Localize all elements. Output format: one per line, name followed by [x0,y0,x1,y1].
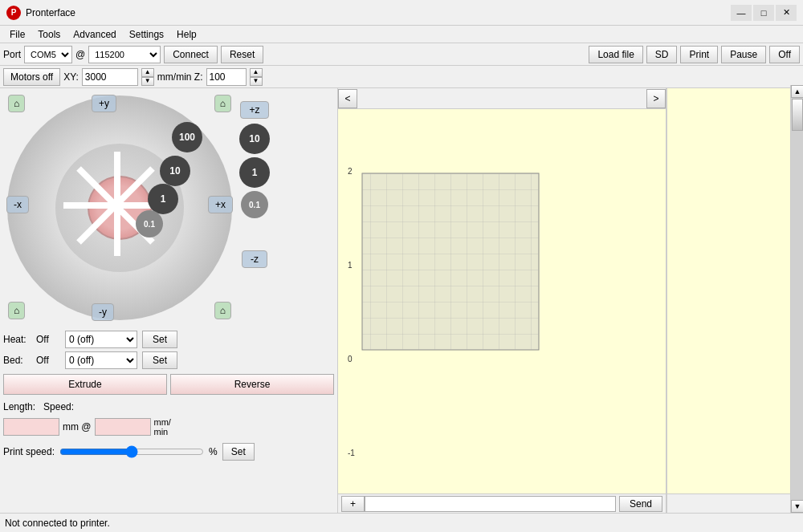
xy-spinner[interactable]: ▲ ▼ [141,68,154,86]
off-button[interactable]: Off [769,46,800,63]
graph-nav-left[interactable]: < [338,89,357,108]
menu-settings[interactable]: Settings [123,27,170,42]
z-spin-up[interactable]: ▲ [250,68,263,77]
jog-circle-container: xy 100 10 1 0.1 +y -y -x +x ⌂ ⌂ ⌂ ⌂ [3,91,236,324]
print-button[interactable]: Print [680,46,718,63]
graph-nav: < > [338,88,666,109]
plus-y-button[interactable]: +y [92,95,116,112]
heat-select[interactable]: 0 (off) [65,331,137,348]
graph-area: 2 1 0 -1 -2 [338,109,666,493]
step-01-button[interactable]: 0.1 [136,210,163,238]
graph-nav-right[interactable]: > [646,89,666,108]
load-file-button[interactable]: Load file [589,46,642,63]
port-label: Port [3,49,21,60]
minus-z-button[interactable]: -z [242,250,267,268]
window-title: Pronterface [26,7,731,18]
print-speed-row: Print speed: % Set [3,443,334,461]
xy-input[interactable] [82,68,138,86]
scroll-track[interactable] [791,98,803,500]
y-label-neg1: -1 [348,449,355,457]
scrollbar[interactable]: ▲ ▼ [790,88,803,513]
speed-set-button[interactable]: Set [222,443,255,461]
length-speed-area: Length: Speed: [3,401,334,412]
xy-label: XY: [63,71,79,83]
middle-panel: < > 2 1 0 [337,88,666,513]
pause-button[interactable]: Pause [721,46,766,63]
heat-set-button[interactable]: Set [142,331,177,348]
step-10-button[interactable]: 10 [160,156,190,186]
y-label-2: 2 [348,167,355,176]
baud-select[interactable]: 115200 [88,46,161,63]
main-toolbar: Port COM5 @ 115200 Connect Reset Load fi… [0,43,803,66]
right-panel: ▲ ▼ [666,88,803,513]
xy-spin-down[interactable]: ▼ [141,77,154,86]
length-label: Length: [3,401,35,412]
mm-at-label: mm @ [63,421,92,433]
step-100-button[interactable]: 100 [172,122,202,152]
bed-set-button[interactable]: Set [142,351,177,369]
connect-button[interactable]: Connect [164,46,218,63]
minus-x-button[interactable]: -x [6,196,29,213]
plus-button[interactable]: + [341,496,365,512]
heat-row: Heat: Off 0 (off) Set [3,331,334,348]
sd-button[interactable]: SD [646,46,678,63]
command-input[interactable] [365,496,616,512]
svg-rect-2 [362,173,539,350]
z-step-10-button[interactable]: 10 [239,124,270,154]
length-input[interactable] [3,418,59,436]
z-input[interactable] [206,68,247,86]
status-bar: Not connected to printer. [0,513,803,532]
minus-y-button[interactable]: -y [92,303,114,321]
menu-help[interactable]: Help [170,27,203,42]
status-message: Not connected to printer. [5,518,110,529]
bed-label: Bed: [3,355,31,366]
reverse-button[interactable]: Reverse [170,374,334,395]
extrude-button[interactable]: Extrude [3,374,167,395]
scroll-thumb[interactable] [792,99,803,131]
print-speed-slider[interactable] [59,445,204,458]
home-xy-button[interactable]: ⌂ [8,95,25,112]
speed-input[interactable] [95,418,151,436]
bed-status: Off [36,355,60,366]
y-axis-labels: 2 1 0 -1 -2 [348,167,355,493]
heat-label: Heat: [3,334,31,345]
main-area: xy 100 10 1 0.1 +y -y -x +x ⌂ ⌂ ⌂ ⌂ [0,88,803,513]
home-bottom-left-button[interactable]: ⌂ [8,302,25,319]
step-1-button[interactable]: 1 [148,184,178,214]
motors-off-button[interactable]: Motors off [3,68,60,86]
reset-button[interactable]: Reset [221,46,263,63]
scroll-up-button[interactable]: ▲ [791,88,803,98]
menu-advanced[interactable]: Advanced [67,27,122,42]
close-button[interactable]: ✕ [776,5,797,21]
maximize-button[interactable]: □ [753,5,774,21]
minimize-button[interactable]: — [731,5,752,21]
mmmin-label2: mm/min [154,417,171,437]
speed-label: Speed: [43,401,74,412]
secondary-toolbar: Motors off XY: ▲ ▼ mm/min Z: ▲ ▼ [0,66,803,88]
percent-label: % [209,446,218,457]
send-button[interactable]: Send [619,496,662,512]
z-spinner[interactable]: ▲ ▼ [250,68,263,86]
print-speed-label: Print speed: [3,446,55,457]
xy-spin-up[interactable]: ▲ [141,68,154,77]
scroll-down-button[interactable]: ▼ [791,500,803,513]
port-select[interactable]: COM5 [24,46,72,63]
right-log-area [667,88,791,493]
mmmin-label: mm/min Z: [157,71,203,83]
window-controls: — □ ✕ [731,5,797,21]
y-label-1: 1 [348,261,355,270]
z-step-1-button[interactable]: 1 [239,157,270,188]
home-y-button[interactable]: ⌂ [214,95,231,112]
plus-z-button[interactable]: +z [240,101,268,119]
z-spin-down[interactable]: ▼ [250,77,263,86]
menu-file[interactable]: File [3,27,31,42]
title-bar: P Pronterface — □ ✕ [0,0,803,26]
graph-grid [338,109,666,493]
y-label-0: 0 [348,355,355,363]
menu-tools[interactable]: Tools [31,27,67,42]
home-bottom-right-button[interactable]: ⌂ [214,302,231,319]
z-panel: +z 10 1 0.1 -z [239,91,270,324]
plus-x-button[interactable]: +x [208,196,233,213]
bed-select[interactable]: 0 (off) [65,351,137,369]
z-step-01-button[interactable]: 0.1 [241,191,268,218]
